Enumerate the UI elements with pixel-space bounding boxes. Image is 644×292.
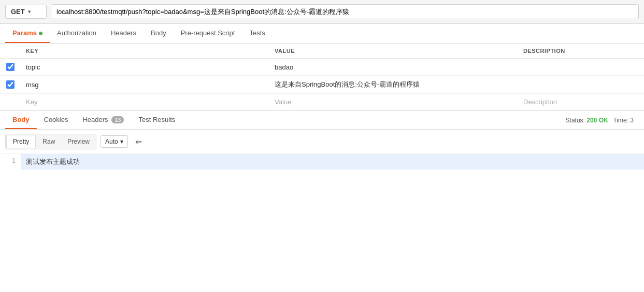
table-row: msg 这是来自SpringBoot的消息:公众号-霸道的程序猿 [0, 76, 644, 94]
row2-description[interactable] [518, 76, 644, 94]
params-table: KEY VALUE DESCRIPTION topic badao [0, 44, 644, 110]
row1-key[interactable]: topic [21, 59, 269, 76]
url-bar: GET ▾ [0, 0, 644, 24]
format-pretty[interactable]: Pretty [6, 135, 36, 148]
time-label: Time: 3 [610, 117, 634, 124]
response-status: Status: 200 OK Time: 3 [566, 117, 639, 124]
params-dot [39, 32, 42, 35]
placeholder-value[interactable]: Value [269, 94, 518, 110]
line-content-1: 测试发布主题成功 [21, 154, 644, 170]
status-label: Status: [566, 117, 587, 124]
method-select[interactable]: GET ▾ [5, 5, 47, 19]
col-header-check [0, 44, 21, 59]
placeholder-key[interactable]: Key [21, 94, 269, 110]
line-number-1: 1 [0, 154, 21, 168]
format-tabs: Pretty Raw Preview [5, 134, 96, 149]
row2-value[interactable]: 这是来自SpringBoot的消息:公众号-霸道的程序猿 [269, 76, 518, 94]
request-tabs-row: Params Authorization Headers Body Pre-re… [0, 24, 644, 44]
col-header-key: KEY [21, 44, 269, 59]
tab-headers-label: Headers [111, 29, 136, 37]
tab-headers[interactable]: Headers [104, 24, 144, 43]
row2-checkbox[interactable] [6, 80, 15, 89]
headers-badge: 13 [111, 116, 124, 123]
code-area: 1 测试发布主题成功 [0, 154, 644, 227]
response-section: Body Cookies Headers 13 Test Results Sta… [0, 110, 644, 227]
tab-authorization-label: Authorization [57, 29, 96, 37]
tab-pre-request-script[interactable]: Pre-request Script [174, 24, 242, 43]
resp-tab-test-results-label: Test Results [138, 116, 175, 123]
resp-tab-body[interactable]: Body [5, 111, 37, 129]
resp-tab-cookies-label: Cookies [44, 116, 68, 123]
row2-key[interactable]: msg [21, 76, 269, 94]
resp-tab-test-results[interactable]: Test Results [131, 111, 182, 129]
tab-tests[interactable]: Tests [242, 24, 272, 43]
method-label: GET [11, 8, 25, 16]
resp-tab-body-label: Body [12, 116, 30, 123]
tab-params-label: Params [12, 29, 37, 37]
table-row: topic badao [0, 59, 644, 76]
format-preview[interactable]: Preview [61, 134, 96, 149]
tab-body-label: Body [151, 29, 166, 37]
col-header-description: DESCRIPTION [518, 44, 644, 59]
tab-authorization[interactable]: Authorization [50, 24, 104, 43]
placeholder-description[interactable]: Description [518, 94, 644, 110]
row1-checkbox[interactable] [6, 63, 15, 71]
resp-tab-headers-label: Headers 13 [82, 116, 124, 123]
format-select[interactable]: Auto ▾ [101, 135, 128, 148]
row1-value[interactable]: badao [269, 59, 518, 76]
response-tabs-left: Body Cookies Headers 13 Test Results [5, 111, 182, 129]
format-select-label: Auto [105, 138, 118, 145]
tab-body[interactable]: Body [144, 24, 174, 43]
format-raw[interactable]: Raw [36, 134, 61, 149]
resp-tab-cookies[interactable]: Cookies [37, 111, 76, 129]
wrap-icon[interactable]: ⇐ [132, 135, 145, 148]
col-header-value: VALUE [269, 44, 518, 59]
main-container: GET ▾ Params Authorization Headers Body … [0, 0, 644, 227]
table-row-placeholder: Key Value Description [0, 94, 644, 110]
method-chevron: ▾ [28, 9, 31, 15]
tab-pre-request-script-label: Pre-request Script [181, 29, 235, 37]
status-code: 200 OK [586, 117, 608, 124]
format-select-chevron: ▾ [120, 138, 123, 145]
url-input[interactable] [51, 4, 639, 19]
resp-tab-headers[interactable]: Headers 13 [75, 111, 131, 129]
code-line-1: 1 测试发布主题成功 [0, 154, 644, 170]
tab-tests-label: Tests [249, 29, 265, 37]
tab-params[interactable]: Params [5, 24, 50, 43]
body-toolbar: Pretty Raw Preview Auto ▾ ⇐ [0, 130, 644, 154]
response-tabs-row: Body Cookies Headers 13 Test Results Sta… [0, 111, 644, 130]
row1-description[interactable] [518, 59, 644, 76]
